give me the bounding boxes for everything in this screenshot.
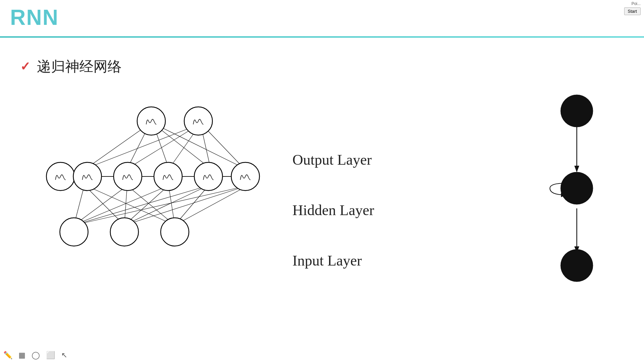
bullet-text: 递归神经网络 bbox=[37, 57, 122, 76]
output-layer-label: Output Layer bbox=[292, 151, 372, 168]
svg-point-47 bbox=[561, 249, 593, 282]
top-bar: RNN bbox=[0, 0, 644, 37]
svg-line-10 bbox=[124, 187, 245, 225]
poi-label: Poi... bbox=[632, 1, 641, 6]
svg-point-31 bbox=[60, 218, 88, 246]
svg-line-5 bbox=[74, 187, 244, 225]
slide-title: RNN bbox=[10, 5, 59, 30]
svg-line-25 bbox=[203, 126, 242, 166]
top-right-controls: Poi... Start bbox=[624, 1, 641, 15]
svg-line-16 bbox=[89, 126, 146, 166]
nn-diagram bbox=[34, 87, 289, 255]
svg-point-33 bbox=[161, 218, 189, 246]
main-content: ✓ 递归神经网络 bbox=[0, 40, 644, 346]
pencil-icon[interactable]: ✏️ bbox=[3, 351, 12, 360]
svg-point-46 bbox=[561, 172, 593, 204]
teal-divider bbox=[0, 36, 644, 38]
eraser-icon[interactable]: ⬜ bbox=[46, 351, 55, 360]
cursor-icon[interactable]: ↖ bbox=[61, 351, 67, 360]
checkmark-icon: ✓ bbox=[20, 59, 30, 74]
rnn-simple-diagram bbox=[543, 84, 610, 286]
ellipse-icon[interactable]: ◯ bbox=[32, 351, 40, 360]
bottom-toolbar: ✏️ ▦ ◯ ⬜ ↖ bbox=[3, 351, 67, 360]
svg-point-32 bbox=[110, 218, 138, 246]
start-button[interactable]: Start bbox=[624, 7, 641, 15]
svg-point-45 bbox=[561, 95, 593, 127]
grid-icon[interactable]: ▦ bbox=[18, 351, 26, 360]
svg-line-9 bbox=[124, 187, 206, 225]
hidden-layer-label: Hidden Layer bbox=[292, 202, 374, 219]
bullet-row: ✓ 递归神经网络 bbox=[20, 57, 122, 76]
input-layer-label: Input Layer bbox=[292, 252, 362, 269]
